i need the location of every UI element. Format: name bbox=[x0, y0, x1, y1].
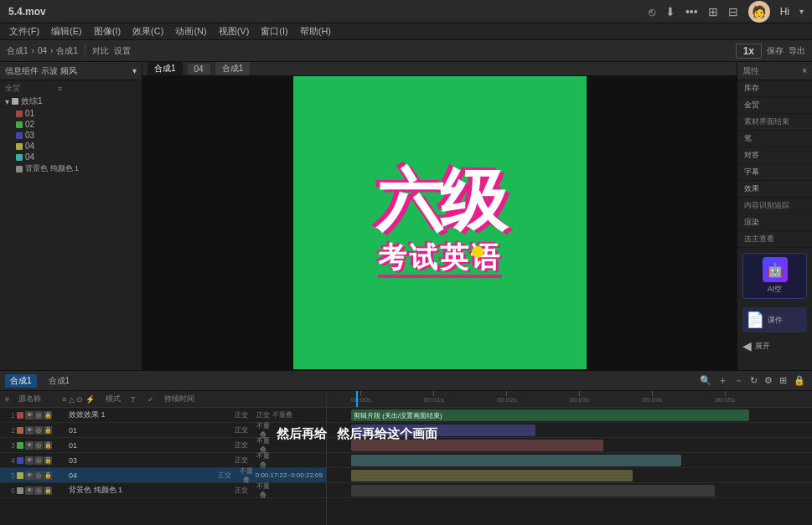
visibility-icon-5[interactable]: 👁 bbox=[25, 486, 34, 495]
layer-row-1[interactable]: 2 👁 ◎ 🔒 01 正交 不重叠 bbox=[0, 423, 326, 438]
menu-help[interactable]: 帮助(H) bbox=[295, 23, 336, 39]
tree-item-1[interactable]: 01 bbox=[2, 108, 140, 119]
tree-item-6[interactable]: 背景色 纯颜色 1 bbox=[2, 162, 140, 175]
visibility-icon-0[interactable]: 👁 bbox=[25, 411, 34, 419]
breadcrumb-comp1-2[interactable]: 合成1 bbox=[56, 45, 78, 57]
download-icon[interactable]: ⬇ bbox=[665, 5, 675, 18]
more-icon[interactable]: ••• bbox=[685, 5, 698, 18]
rp-item-lianzhu[interactable]: 连主查看 bbox=[737, 231, 812, 248]
course-panel[interactable]: 📄 课件 bbox=[742, 307, 807, 332]
track-clip-0[interactable]: 剪辑片段 (关出/没置画面结束) bbox=[351, 409, 749, 421]
comp-tab-2[interactable]: 合成1 bbox=[215, 62, 251, 75]
comp-tab-1[interactable]: 合成1 bbox=[147, 62, 183, 75]
layer-switch-0[interactable]: 正交 bbox=[256, 410, 271, 419]
layer-switch-4[interactable]: 不重叠 bbox=[239, 466, 254, 485]
solo-icon-5[interactable]: ◎ bbox=[34, 486, 43, 495]
tl-loop-icon[interactable]: ↻ bbox=[748, 374, 759, 387]
tl-plus-icon[interactable]: ＋ bbox=[716, 373, 729, 388]
layer-row-5[interactable]: 6 👁 ◎ 🔒 背景色 纯颜色 1 正交 不重叠 bbox=[0, 483, 326, 498]
solo-icon-4[interactable]: ◎ bbox=[34, 471, 43, 480]
tl-search-icon[interactable]: 🔍 bbox=[698, 374, 713, 387]
expand-arrow-icon: ◀ bbox=[742, 339, 752, 353]
chevron-down-icon[interactable]: ▾ bbox=[799, 7, 804, 16]
layer-row-3[interactable]: 4 👁 ◎ 🔒 03 正交 不重叠 bbox=[0, 453, 326, 468]
tree-item-4[interactable]: 04 bbox=[2, 141, 140, 152]
visibility-icon-4[interactable]: 👁 bbox=[25, 471, 34, 480]
ai-panel-button[interactable]: 🤖 AI空 bbox=[742, 253, 807, 299]
tracks-panel[interactable]: 00:00s 00:01s 00:02s 00:03s bbox=[327, 391, 812, 525]
toolbar: 合成1 › 04 › 合成1 对比 设置 1x 保存 导出 bbox=[0, 40, 812, 62]
timeline-body: # 源名称 ≡ △ ⊙ ⚡ 模式 T ✓ 持续时间 1 👁 ◎ 🔒 bbox=[0, 391, 812, 525]
tl-lock-icon[interactable]: 🔒 bbox=[792, 374, 807, 387]
track-clip-3[interactable] bbox=[351, 455, 681, 466]
tl-settings-icon[interactable]: ⚙ bbox=[763, 374, 774, 387]
rp-item-zimu[interactable]: 字幕 bbox=[737, 164, 812, 181]
toolbar-save[interactable]: 保存 bbox=[767, 45, 784, 57]
menu-view[interactable]: 视图(V) bbox=[214, 23, 255, 39]
lock-icon-4[interactable]: 🔒 bbox=[44, 471, 52, 480]
layer-switch-3[interactable]: 不重叠 bbox=[256, 451, 271, 470]
breadcrumb-comp1[interactable]: 合成1 bbox=[7, 45, 28, 57]
middle-section: 信息组件 示波 频风 ▾ 全贸 ≡ ▾ 效综1 01 bbox=[0, 62, 812, 370]
layer-switch-5[interactable]: 不重叠 bbox=[256, 481, 271, 500]
layer-row-0[interactable]: 1 👁 ◎ 🔒 效效效果 1 正交 正交 不重叠 bbox=[0, 408, 326, 423]
menu-animation[interactable]: 动画(N) bbox=[170, 23, 211, 39]
tree-item-3[interactable]: 03 bbox=[2, 130, 140, 141]
rp-item-jinmao[interactable]: 金贸 bbox=[737, 97, 812, 114]
lock-icon-5[interactable]: 🔒 bbox=[44, 486, 52, 495]
layer-color-1 bbox=[17, 427, 23, 434]
comp-tab-04[interactable]: 04 bbox=[188, 64, 210, 75]
timeline-tab-comp2[interactable]: 合成1 bbox=[44, 374, 75, 388]
zoom-1x[interactable]: 1x bbox=[736, 44, 762, 59]
rp-item-effect[interactable]: 效果 bbox=[737, 181, 812, 198]
tree-item-5[interactable]: 04 bbox=[2, 152, 140, 162]
track-clip-2[interactable] bbox=[351, 440, 603, 451]
left-panel-collapse[interactable]: ▾ bbox=[132, 66, 137, 75]
layer-row-2[interactable]: 3 👁 ◎ 🔒 01 正交 不重叠 bbox=[0, 438, 326, 453]
avatar[interactable]: 🧑 bbox=[748, 1, 770, 23]
menu-effects[interactable]: 效果(C) bbox=[127, 23, 168, 39]
rp-item-kuangcun[interactable]: 库存 bbox=[737, 80, 812, 97]
rp-item-sucai[interactable]: 素材界面结束 bbox=[737, 114, 812, 131]
lock-icon-2[interactable]: 🔒 bbox=[44, 441, 52, 450]
playhead[interactable] bbox=[356, 391, 358, 407]
right-panel-title: 属性 bbox=[742, 65, 759, 77]
rp-item-render[interactable]: 渲染 bbox=[737, 214, 812, 231]
track-clip-4[interactable] bbox=[351, 470, 633, 481]
rp-item-bi[interactable]: 笔 bbox=[737, 131, 812, 147]
solo-icon-2[interactable]: ◎ bbox=[34, 441, 43, 450]
lock-icon-3[interactable]: 🔒 bbox=[44, 456, 52, 465]
expand-panel-btn[interactable]: ◀ 展开 bbox=[742, 339, 807, 353]
rp-item-duda[interactable]: 对答 bbox=[737, 147, 812, 164]
layer-num-2: 3 bbox=[3, 441, 15, 450]
track-clip-5[interactable] bbox=[351, 485, 715, 497]
menu-window[interactable]: 窗口(I) bbox=[256, 23, 292, 39]
visibility-icon-2[interactable]: 👁 bbox=[25, 441, 34, 450]
window-icon[interactable]: ⊟ bbox=[728, 5, 738, 18]
layer-row-4[interactable]: 5 👁 ◎ 🔒 04 正交 不重叠 0:00:17:22~0:00:22:09 bbox=[0, 468, 326, 483]
menu-file[interactable]: 文件(F) bbox=[4, 23, 44, 39]
toolbar-export[interactable]: 导出 bbox=[789, 45, 805, 57]
lock-icon-0[interactable]: 🔒 bbox=[44, 411, 52, 419]
lock-icon-1[interactable]: 🔒 bbox=[44, 426, 52, 435]
right-panel-close[interactable]: × bbox=[802, 66, 807, 75]
menu-image[interactable]: 图像(I) bbox=[89, 23, 126, 39]
col-mode-header: 模式 bbox=[104, 394, 127, 404]
visibility-icon-1[interactable]: 👁 bbox=[25, 426, 34, 435]
tl-grid-icon[interactable]: ⊞ bbox=[778, 374, 789, 387]
menu-edit[interactable]: 编辑(E) bbox=[46, 23, 87, 39]
breadcrumb-04[interactable]: 04 bbox=[38, 46, 47, 55]
rp-item-content-track[interactable]: 内容识别追踪 bbox=[737, 198, 812, 214]
share-icon[interactable]: ⎋ bbox=[649, 5, 655, 18]
solo-icon-0[interactable]: ◎ bbox=[34, 411, 43, 419]
tree-item-0[interactable]: ▾ 效综1 bbox=[2, 95, 140, 108]
expand-icon[interactable]: ⊞ bbox=[708, 5, 718, 18]
solo-icon-3[interactable]: ◎ bbox=[34, 456, 43, 465]
col-num: # bbox=[3, 395, 15, 404]
track-clip-1[interactable] bbox=[351, 425, 535, 436]
tree-item-2[interactable]: 02 bbox=[2, 119, 140, 130]
tl-minus-icon[interactable]: － bbox=[732, 373, 745, 388]
visibility-icon-3[interactable]: 👁 bbox=[25, 456, 34, 465]
solo-icon-1[interactable]: ◎ bbox=[34, 426, 43, 435]
timeline-tab-comp1[interactable]: 合成1 bbox=[5, 374, 37, 388]
